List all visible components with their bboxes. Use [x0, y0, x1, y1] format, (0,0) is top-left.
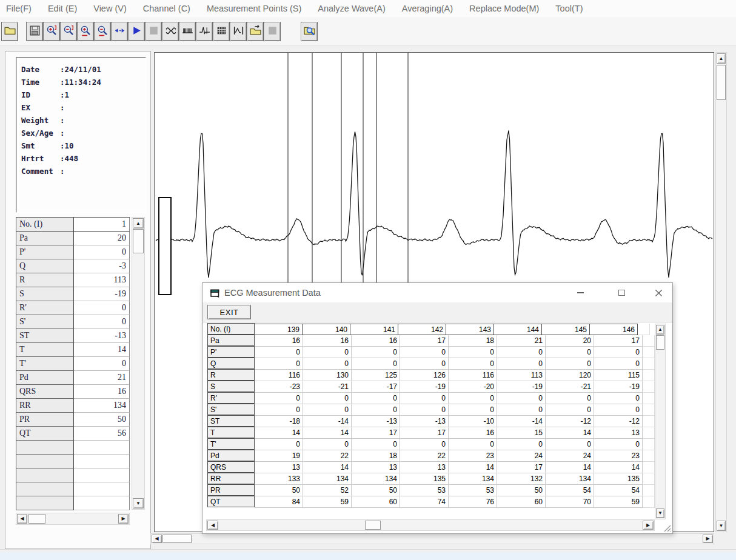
toolbar-time-range-button[interactable] [111, 22, 128, 41]
data-cell[interactable]: 16 [449, 427, 497, 439]
toolbar-zoom-in-vertical-button[interactable] [77, 22, 94, 41]
data-cell[interactable]: 0 [400, 404, 449, 416]
data-cell[interactable]: 134 [352, 473, 400, 485]
data-cell[interactable]: 70 [546, 496, 594, 508]
data-cell[interactable]: 135 [594, 473, 643, 485]
data-cell[interactable]: 23 [449, 450, 497, 462]
menu-item-file[interactable]: File(F) [6, 4, 32, 13]
data-cell[interactable]: 0 [303, 439, 352, 450]
toolbar-measure-cursor-button[interactable] [196, 22, 213, 41]
data-cell[interactable]: 0 [400, 347, 449, 358]
scroll-right-button[interactable]: ▶ [118, 514, 129, 524]
data-cell[interactable]: 134 [546, 473, 594, 485]
data-cell[interactable]: 50 [352, 485, 400, 496]
data-cell[interactable]: 17 [352, 427, 400, 439]
row-value[interactable]: -13 [74, 329, 130, 343]
data-cell[interactable]: 14 [303, 427, 352, 439]
toolbar-wave-markers-button[interactable] [230, 22, 247, 41]
data-cell[interactable]: -18 [255, 416, 303, 427]
data-cell[interactable]: 115 [594, 370, 643, 381]
data-cell[interactable]: 0 [303, 347, 352, 358]
data-cell[interactable]: 0 [449, 347, 497, 358]
wave-vscroll[interactable]: ▲ ▼ [715, 52, 727, 532]
data-cell[interactable]: 0 [449, 404, 497, 416]
toolbar-zoom-out-horizontal-button[interactable] [60, 22, 77, 41]
column-header-cell[interactable]: 141 [350, 324, 398, 335]
data-cell[interactable]: -13 [400, 416, 449, 427]
scroll-down-button[interactable]: ▼ [656, 508, 664, 518]
data-cell[interactable]: 0 [352, 347, 400, 358]
data-cell[interactable]: -19 [400, 381, 449, 393]
data-cell[interactable]: 130 [303, 370, 352, 381]
menu-item-channel[interactable]: Channel (C) [143, 4, 190, 13]
data-cell[interactable]: 0 [497, 439, 546, 450]
data-cell[interactable]: 14 [449, 462, 497, 473]
toolbar-zoom-out-vertical-button[interactable] [94, 22, 111, 41]
data-cell[interactable]: 16 [303, 335, 352, 347]
scroll-up-button[interactable]: ▲ [133, 218, 144, 228]
data-cell[interactable]: 13 [400, 462, 449, 473]
row-value[interactable]: 1 [74, 218, 130, 232]
row-value[interactable] [74, 468, 130, 482]
data-cell[interactable]: 24 [497, 450, 546, 462]
data-cell[interactable]: 132 [497, 473, 546, 485]
row-value[interactable]: 21 [74, 371, 130, 385]
left-table-hscroll[interactable]: ◀ ▶ [16, 513, 130, 525]
data-cell[interactable]: 0 [497, 358, 546, 370]
scroll-left-button[interactable]: ◀ [17, 514, 27, 524]
data-cell[interactable]: 0 [449, 393, 497, 404]
row-value[interactable]: 0 [74, 357, 130, 371]
data-cell[interactable]: -10 [449, 416, 497, 427]
column-header-cell[interactable]: 146 [589, 324, 638, 335]
menu-item-tool[interactable]: Tool(T) [555, 4, 583, 13]
data-cell[interactable]: 15 [497, 427, 546, 439]
data-cell[interactable]: 0 [594, 404, 643, 416]
exit-button[interactable]: EXIT [207, 305, 251, 319]
data-cell[interactable]: 0 [255, 358, 303, 370]
data-cell[interactable]: 21 [497, 335, 546, 347]
dialog-titlebar[interactable]: ECG Measurement Data [202, 283, 672, 302]
dialog-hscroll[interactable]: ◀ ▶ [206, 519, 655, 531]
data-cell[interactable]: 22 [400, 450, 449, 462]
row-value[interactable] [74, 455, 130, 468]
data-cell[interactable]: -20 [449, 381, 497, 393]
data-cell[interactable]: 134 [449, 473, 497, 485]
data-cell[interactable]: -17 [352, 381, 400, 393]
toolbar-open-wave-file-button[interactable] [247, 22, 264, 41]
menu-item-replace-mode[interactable]: Replace Mode(M) [469, 4, 539, 13]
data-cell[interactable]: 24 [546, 450, 594, 462]
data-cell[interactable]: -21 [303, 381, 352, 393]
scroll-thumb[interactable] [717, 65, 726, 100]
data-cell[interactable]: 133 [255, 473, 303, 485]
scroll-thumb[interactable] [133, 229, 144, 253]
data-cell[interactable]: 17 [594, 335, 643, 347]
data-cell[interactable]: -14 [303, 416, 352, 427]
row-value[interactable]: -19 [74, 287, 130, 301]
scroll-right-button[interactable]: ▶ [643, 521, 654, 530]
data-cell[interactable]: 18 [449, 335, 497, 347]
data-cell[interactable]: 13 [352, 462, 400, 473]
menu-item-edit[interactable]: Edit (E) [48, 4, 77, 13]
data-cell[interactable]: 0 [352, 358, 400, 370]
data-cell[interactable]: 53 [400, 485, 449, 496]
scroll-left-button[interactable]: ◀ [207, 521, 218, 530]
left-table-vscroll[interactable]: ▲ ▼ [132, 217, 145, 510]
data-cell[interactable]: 0 [497, 393, 546, 404]
data-cell[interactable]: 52 [303, 485, 352, 496]
data-cell[interactable]: -23 [255, 381, 303, 393]
data-cell[interactable]: 19 [255, 450, 303, 462]
toolbar-play-button[interactable] [128, 22, 145, 41]
data-cell[interactable]: 14 [546, 462, 594, 473]
data-cell[interactable]: 16 [255, 335, 303, 347]
data-cell[interactable]: 0 [303, 404, 352, 416]
toolbar-zoom-in-horizontal-button[interactable] [43, 22, 60, 41]
toolbar-scale-ticks-button[interactable] [179, 22, 196, 41]
data-cell[interactable]: 53 [449, 485, 497, 496]
data-cell[interactable]: 0 [546, 347, 594, 358]
data-cell[interactable]: 0 [546, 393, 594, 404]
data-cell[interactable]: 17 [400, 427, 449, 439]
scroll-thumb[interactable] [365, 521, 381, 530]
data-cell[interactable]: 0 [546, 439, 594, 450]
data-cell[interactable]: -21 [546, 381, 594, 393]
data-cell[interactable]: 0 [303, 358, 352, 370]
